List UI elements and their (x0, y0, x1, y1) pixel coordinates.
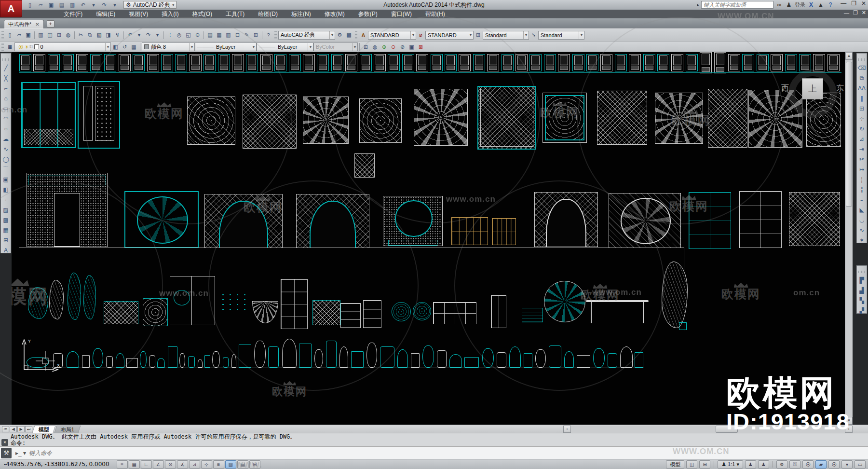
dim-style-combo[interactable]: STANDARD ▾ (425, 31, 474, 40)
isolate-objects-button[interactable]: ⦿ (802, 460, 814, 469)
menu-i[interactable]: 插入(I) (155, 10, 185, 18)
vertical-scrollbar[interactable]: ▲ ▼ (845, 52, 853, 425)
transparency-toggle[interactable]: ▨ (225, 460, 236, 469)
copy-icon[interactable]: ⧉ (857, 73, 867, 83)
make-block-icon[interactable]: ◧ (1, 184, 11, 194)
table-icon[interactable]: ⊞ (1, 235, 11, 245)
markup-icon[interactable]: ✎ (242, 31, 251, 40)
layer-previous-icon[interactable]: ↺ (120, 42, 129, 51)
signin-link[interactable]: 登录 (795, 1, 805, 9)
block-editor-icon[interactable]: ↯ (113, 31, 122, 40)
viewcube-top-face[interactable]: 上 (802, 78, 823, 99)
pan-icon[interactable]: ⊹ (165, 31, 175, 40)
revision-cloud-icon[interactable]: ☁ (1, 134, 11, 144)
toolbar-grip[interactable] (355, 31, 357, 39)
match-properties-icon[interactable]: ◨ (104, 31, 113, 40)
hatch-icon[interactable]: ▨ (1, 205, 11, 215)
layer-combo[interactable]: ⦿ ☀ ⚿ 0 ▾ (14, 42, 111, 51)
selection-cycling-toggle[interactable]: ⊞ (249, 460, 260, 469)
dyn-toggle[interactable]: ⊹ (201, 460, 212, 469)
plot-icon[interactable]: ▥ (68, 0, 77, 9)
no-group-icon[interactable]: ⊘ (398, 42, 407, 51)
bring-to-front-icon[interactable]: ▛ (857, 275, 867, 285)
mleader-style-icon[interactable]: ➘ (529, 31, 538, 40)
ungroup-icon[interactable]: ⊠ (416, 42, 425, 51)
stretch-icon[interactable]: ⇥ (857, 144, 867, 154)
properties-icon[interactable]: ▤ (205, 31, 215, 40)
doc-close-button[interactable]: ✕ (862, 10, 866, 16)
layer-lock-icon[interactable]: ⚿ (29, 44, 33, 50)
performance-bulb-button[interactable]: ⦿ (828, 460, 840, 469)
menu-m[interactable]: 修改(M) (318, 10, 352, 18)
new-file-icon[interactable]: ▯ (5, 31, 14, 40)
ellipse-arc-icon[interactable]: ⌒ (1, 164, 11, 174)
first-tab-button[interactable]: ⏮ (2, 426, 9, 432)
workspace-switching-button[interactable]: ⚙ (776, 460, 787, 469)
polar-toggle[interactable]: ∠ (153, 460, 164, 469)
tab-model[interactable]: 模型 (32, 426, 56, 433)
zoom-realtime-icon[interactable]: ◎ (175, 31, 184, 40)
named-viewports-icon[interactable]: ◍ (370, 42, 380, 51)
menu-w[interactable]: 窗口(W) (384, 10, 419, 18)
group-icon[interactable]: ▣ (407, 42, 416, 51)
save-as-icon[interactable]: ▤ (57, 0, 67, 9)
doc-restore-button[interactable]: ❐ (853, 10, 858, 16)
viewcube-west-label[interactable]: 西 (781, 83, 789, 94)
viewports-dialog-icon[interactable]: ⊞ (361, 42, 370, 51)
polyline-icon[interactable]: ⌐ (1, 83, 11, 93)
redo-menu-icon[interactable]: ▾ (110, 0, 120, 9)
text-style-icon[interactable]: A (359, 31, 368, 40)
layer-states-icon[interactable]: ▦ (129, 42, 138, 51)
copy-icon[interactable]: ⧉ (85, 31, 95, 40)
redo-icon[interactable]: ↷ (144, 31, 153, 40)
close-button[interactable]: ✕ (861, 0, 866, 7)
redo-menu-icon[interactable]: ▾ (153, 31, 162, 40)
design-center-icon[interactable]: ▦ (215, 31, 224, 40)
toolbar-grip[interactable] (274, 31, 277, 39)
layer-properties-icon[interactable]: ≣ (5, 42, 14, 51)
group-remove-icon[interactable]: ⊖ (389, 42, 398, 51)
polygon-icon[interactable]: ⌂ (1, 93, 11, 103)
zoom-previous-icon[interactable]: ⊙ (193, 31, 202, 40)
otrack-toggle[interactable]: ∡ (177, 460, 188, 469)
workspace-save-icon[interactable]: ▩ (344, 31, 353, 40)
array-icon[interactable]: ⊞ (857, 103, 867, 113)
menu-d[interactable]: 绘图(D) (251, 10, 285, 18)
viewcube[interactable]: 西 上 东 (776, 76, 845, 114)
customize-wrench-icon[interactable]: ⚒ (1, 448, 12, 458)
restore-button[interactable]: ❐ (851, 0, 856, 7)
grid-toggle[interactable]: ▦ (129, 460, 140, 469)
publish-icon[interactable]: ⊞ (54, 31, 64, 40)
insert-block-icon[interactable]: ▣ (1, 174, 11, 184)
drawing-canvas[interactable]: 西 上 东 Y X 欧模网欧模网欧模网欧模网欧模网欧模网欧模网欧模网欧模网欧模 (12, 52, 845, 425)
workspace-dropdown[interactable]: ⚙ AutoCAD 经典 ▾ (123, 1, 176, 9)
table-style-icon[interactable]: ⊞ (474, 31, 483, 40)
toolbar-grip[interactable] (1, 31, 4, 39)
dim-style-icon[interactable]: ⌀ (416, 31, 425, 40)
chamfer-icon[interactable]: ◣ (857, 205, 867, 215)
clean-screen-button[interactable]: ▭ (854, 460, 866, 469)
scroll-up-button[interactable]: ▲ (845, 52, 853, 60)
region-icon[interactable]: ▦ (1, 225, 11, 235)
make-object-layer-current-icon[interactable]: ◧ (111, 42, 120, 51)
layer-on-icon[interactable]: ⦿ (18, 44, 23, 50)
toolbar-grip[interactable] (1, 43, 4, 51)
undo-menu-icon[interactable]: ▾ (89, 0, 98, 9)
menu-v[interactable]: 视图(V) (122, 10, 155, 18)
workspace-settings-icon[interactable]: ⚙ (335, 31, 344, 40)
doc-minimize-button[interactable]: — (844, 10, 849, 16)
new-file-icon[interactable]: ▯ (25, 0, 35, 9)
send-to-back-icon[interactable]: ▟ (857, 285, 867, 295)
exchange-icon[interactable]: X (807, 1, 815, 8)
undo-icon[interactable]: ↶ (125, 31, 135, 40)
construction-line-icon[interactable]: ╳ (1, 73, 11, 83)
help-icon[interactable]: ? (827, 1, 834, 8)
annotation-autoscale-button[interactable]: ♟ (758, 460, 769, 469)
join-icon[interactable]: ⌣ (857, 194, 867, 205)
snap-toggle[interactable]: ⌗ (117, 460, 128, 469)
group-add-icon[interactable]: ⊕ (380, 42, 389, 51)
explode-icon[interactable]: ✶ (857, 235, 867, 245)
table-style-combo[interactable]: Standard ▾ (483, 31, 529, 40)
user-icon[interactable]: ♟ (785, 1, 793, 8)
help-icon[interactable]: ? (264, 31, 273, 40)
